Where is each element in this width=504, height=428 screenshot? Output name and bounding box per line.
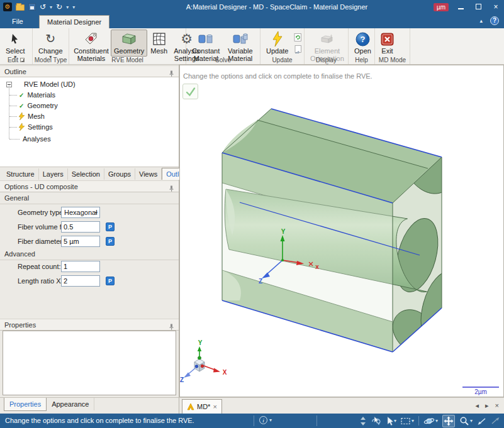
tab-close-icon[interactable]: × [495,402,499,410]
tab-groups[interactable]: Groups [104,168,135,180]
left-panel: Outline RVE Model (UD) ✓Materials ✓Geome… [0,65,179,397]
svg-text:Y: Y [281,228,286,235]
tab-appearance[interactable]: Appearance [47,398,94,410]
update-button[interactable]: Update [263,30,291,57]
undo-dropdown-icon[interactable]: ▾ [50,4,52,10]
outline-panel-header: Outline [0,65,179,77]
select-tool[interactable]: ▾ [386,416,396,426]
ribbon-tab-row: File Material Designer ▴ ? [0,14,504,28]
export-small-button[interactable] [293,44,303,55]
zoom-tool[interactable]: ▾ [459,416,473,426]
previous-view-tool[interactable] [477,417,486,425]
change-refresh-icon: ↻ [45,31,55,47]
svg-text:X: X [223,369,227,376]
rve-model-group-label: RVE Model [69,57,186,63]
status-info-button[interactable]: i ▾ [259,416,272,424]
open-file-icon[interactable] [16,4,25,11]
tab-layers[interactable]: Layers [39,168,68,180]
collapse-ribbon-icon[interactable]: ▴ [479,18,483,24]
exit-button[interactable]: Exit [378,30,397,57]
repeat-count-input[interactable] [61,261,100,272]
undo-icon[interactable]: ↺ [40,3,46,11]
svg-text:2µm: 2µm [474,388,487,395]
next-view-tool[interactable] [491,417,500,425]
geometry-block-icon [121,31,137,47]
orbit-tool[interactable]: ▾ [423,416,438,426]
ansys-logo-icon [187,403,194,410]
mesh-button[interactable]: Mesh [147,30,171,57]
tab-next-icon[interactable]: ▸ [485,402,489,410]
box-select-tool[interactable]: ▾ [401,417,414,425]
lightning-icon [272,31,283,47]
tab-selection[interactable]: Selection [68,168,104,180]
help-icon[interactable]: ? [490,16,499,25]
svg-text:?: ? [360,35,365,44]
fiber-diameter-param-button[interactable]: P [106,237,115,246]
document-tab-md[interactable]: MD* × [182,399,222,414]
redo-icon[interactable]: ↻ [56,3,62,11]
svg-text:Z: Z [259,278,262,285]
outline-tab-strip: Structure Layers Selection Groups Views … [0,167,179,180]
fiber-diameter-row: Fiber diameter: P [0,236,179,247]
tree-item-geometry[interactable]: ✓Geometry [19,101,58,111]
length-ratio-row: Length ratio XZ: P [0,275,179,287]
ribbon-group-edit: Select ▾ Edit [0,28,33,64]
ribbon-group-model-type: ↻ Change ▾ Model Type [33,28,69,64]
check-icon: ✓ [19,92,24,99]
help-group-label: Help [349,57,374,63]
exit-x-icon [381,31,394,47]
mesh-grid-icon [153,31,165,47]
quick-access-dropdown-icon[interactable]: ▾ [72,4,75,10]
app-icon[interactable]: ⚙ [3,3,12,11]
orbit-cursor-tool[interactable] [371,416,381,426]
open-help-button[interactable]: ? Open [351,30,374,57]
status-bar: Change the options and click on complete… [0,414,504,428]
tree-item-rve-model[interactable]: RVE Model (UD) [24,80,76,89]
svg-text:Z: Z [180,376,184,383]
length-ratio-input[interactable] [61,275,100,287]
tab-structure[interactable]: Structure [3,168,39,180]
geometry-button[interactable]: Geometry [111,30,147,57]
tab-prev-icon[interactable]: ◂ [476,402,479,410]
fiber-diameter-input[interactable] [61,236,100,247]
ribbon-group-help: ? Open Help [349,28,375,64]
save-icon[interactable] [28,3,36,11]
window-title: A:Material Designer - MD - SpaceClaim - … [151,3,403,11]
tab-views[interactable]: Views [135,168,162,180]
document-tab-strip: MD* × ◂ ▸ × [179,397,504,414]
length-ratio-param-button[interactable]: P [106,277,115,285]
repeat-count-row: Repeat count: [0,261,179,272]
solve-group-label: Solve [186,57,260,63]
update-group-label: Update [260,57,304,63]
advanced-section-header: Advanced [0,249,179,260]
panel-bottom-tabs: Properties Appearance [0,397,179,414]
spin-buttons[interactable] [360,416,366,426]
tab-properties[interactable]: Properties [4,398,47,411]
geometry-type-select[interactable]: Hexagonal▾ [61,207,100,218]
edit-dialog-launcher-icon[interactable] [20,58,25,62]
options-panel-header: Options - UD composite [0,180,179,192]
tab-material-designer[interactable]: Material Designer [39,15,109,28]
check-icon: ✓ [19,102,24,109]
tab-file[interactable]: File [4,15,31,28]
lightning-status-icon [19,123,25,131]
fiber-volume-param-button[interactable]: P [106,222,115,231]
maximize-button[interactable] [473,3,484,11]
pan-tool[interactable] [442,415,455,427]
tree-item-materials[interactable]: ✓Materials [19,91,55,100]
rve-3d-model[interactable]: Y x Z Y X Z 2µm [180,65,503,397]
svg-text:x: x [315,263,319,270]
redo-dropdown-icon[interactable]: ▾ [66,4,69,10]
close-tab-icon[interactable]: × [213,403,216,410]
question-mark-icon: ? [356,31,370,47]
view-orientation-triad[interactable]: Y X Z [180,339,227,383]
minimize-button[interactable] [455,3,466,11]
lightning-status-icon [19,112,25,120]
refresh-small-button[interactable] [293,32,303,43]
tree-item-settings[interactable]: Settings [19,123,53,132]
close-button[interactable]: × [490,3,501,11]
fiber-volume-input[interactable] [61,221,100,233]
tree-item-analyses[interactable]: Analyses [23,134,51,144]
geometry-type-row: Geometry type: Hexagonal▾ [0,207,179,218]
tree-item-mesh[interactable]: Mesh [19,112,45,121]
